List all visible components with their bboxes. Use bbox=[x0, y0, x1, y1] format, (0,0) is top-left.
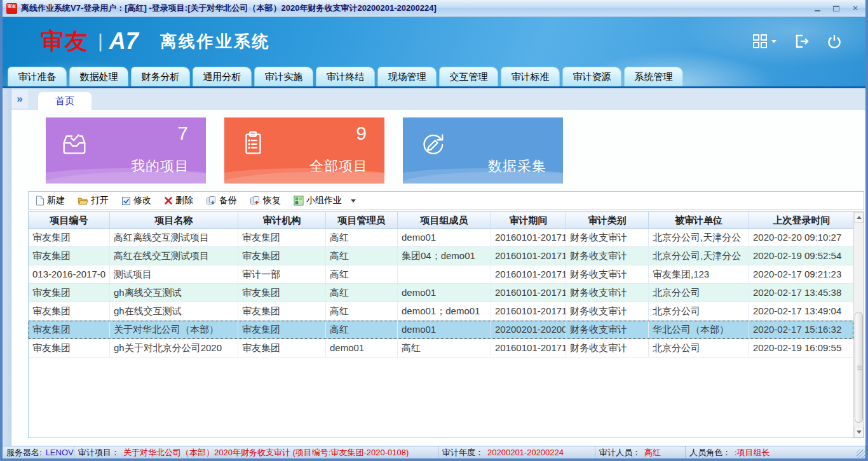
table-row[interactable]: 审友集团关于对华北公司（本部）审友集团高红demo0120200201-2020… bbox=[29, 321, 853, 339]
status-server: 服务器名: LENOVO-PC\AudIT bbox=[3, 446, 74, 458]
arrow-down-icon bbox=[857, 431, 862, 434]
table-cell: 013-2016-2017-0 bbox=[29, 265, 110, 283]
server-name-value: LENOVO-PC\AudIT bbox=[46, 448, 74, 457]
table-cell: 2020-02-17 13:45:38 bbox=[749, 284, 853, 302]
table-cell: 高红在线交互测试项目 bbox=[110, 247, 238, 265]
nav-tab-3[interactable]: 通用分析 bbox=[193, 67, 252, 86]
table-cell: gh在线交互测试 bbox=[110, 302, 238, 320]
table-cell: 审友集团 bbox=[29, 284, 110, 302]
brand-divider: | bbox=[98, 30, 103, 52]
restore-icon bbox=[250, 196, 261, 206]
table-cell: 北京分公司 bbox=[649, 339, 749, 357]
table-cell: 高红 bbox=[398, 339, 491, 357]
column-header-7[interactable]: 被审计单位 bbox=[649, 212, 749, 228]
modify-button[interactable]: 修改 bbox=[121, 195, 151, 206]
delete-button[interactable]: 删除 bbox=[164, 195, 193, 206]
left-collapse-strip[interactable] bbox=[3, 88, 11, 446]
my-projects-card[interactable]: 7 我的项目 bbox=[46, 117, 206, 184]
table-row[interactable]: 审友集团高红离线交互测试项目审友集团高红demo0120160101-20171… bbox=[29, 229, 853, 247]
table-cell: 2020-02-17 13:49:04 bbox=[749, 302, 853, 320]
table-cell: 审友集团 bbox=[29, 229, 110, 246]
table-cell: 财务收支审计 bbox=[566, 302, 649, 320]
nav-tab-9[interactable]: 审计资源 bbox=[562, 67, 621, 86]
table-cell: 审友集团 bbox=[29, 247, 110, 265]
status-bar: 服务器名: LENOVO-PC\AudIT 审计项目： 关于对华北公司（本部）2… bbox=[3, 446, 865, 458]
chevron-down-icon bbox=[771, 40, 776, 43]
table-cell: 高红离线交互测试项目 bbox=[110, 229, 238, 246]
table-row[interactable]: 审友集团gh在线交互测试审友集团高红demo01；demo0120160101-… bbox=[29, 302, 853, 321]
scrollbar-thumb[interactable] bbox=[855, 312, 863, 423]
column-header-5[interactable]: 审计期间 bbox=[491, 212, 566, 228]
chevron-down-icon[interactable] bbox=[351, 199, 356, 203]
column-header-8[interactable]: 上次登录时间 bbox=[749, 212, 853, 228]
column-header-2[interactable]: 审计机构 bbox=[238, 212, 326, 228]
table-cell: 审友集团 bbox=[238, 339, 326, 357]
table-cell: 审友集团 bbox=[29, 339, 110, 357]
table-cell: demo01 bbox=[326, 339, 398, 357]
table-cell: 财务收支审计 bbox=[566, 284, 649, 302]
table-cell: 华北公司（本部） bbox=[649, 321, 749, 338]
minimize-button[interactable] bbox=[812, 4, 822, 13]
nav-tab-10[interactable]: 系统管理 bbox=[624, 67, 683, 86]
open-folder-icon bbox=[78, 196, 88, 206]
table-row[interactable]: 013-2016-2017-0测试项目审计一部高红20160101-201712… bbox=[29, 265, 853, 284]
nav-tab-2[interactable]: 财务分析 bbox=[131, 67, 190, 86]
group-work-button[interactable]: 小组作业 bbox=[294, 195, 356, 206]
all-projects-card[interactable]: 9 全部项目 bbox=[224, 117, 384, 184]
backup-icon bbox=[206, 196, 217, 206]
tab-home[interactable]: 首页 bbox=[38, 92, 92, 110]
column-header-1[interactable]: 项目名称 bbox=[110, 212, 238, 228]
column-header-6[interactable]: 审计类别 bbox=[566, 212, 649, 228]
project-toolbar: 新建 打开 修改 删除 备份 bbox=[28, 191, 864, 210]
restore-button[interactable]: 恢复 bbox=[250, 195, 281, 206]
table-cell: 关于对华北公司（本部） bbox=[110, 321, 238, 338]
expand-panel-icon[interactable]: » bbox=[11, 90, 28, 109]
scroll-down-button[interactable] bbox=[854, 427, 864, 438]
scroll-up-button[interactable] bbox=[854, 212, 864, 223]
logout-icon[interactable] bbox=[793, 33, 810, 50]
table-cell: 20160101-2017123 bbox=[491, 247, 566, 265]
data-collection-card[interactable]: 数据采集 bbox=[403, 117, 563, 184]
table-body: 审友集团高红离线交互测试项目审友集团高红demo0120160101-20171… bbox=[29, 229, 853, 357]
table-cell: 2020-02-17 15:16:32 bbox=[749, 321, 853, 338]
nav-tab-1[interactable]: 数据处理 bbox=[69, 67, 128, 86]
brand-cn-text: 审友 bbox=[41, 26, 89, 57]
table-cell: 2020-02-19 09:52:54 bbox=[749, 247, 853, 265]
nav-tab-8[interactable]: 审计标准 bbox=[501, 67, 560, 86]
nav-tab-4[interactable]: 审计实施 bbox=[254, 67, 313, 86]
table-header-row: 项目编号项目名称审计机构项目管理员项目组成员审计期间审计类别被审计单位上次登录时… bbox=[29, 212, 853, 229]
nav-tab-0[interactable]: 审计准备 bbox=[8, 67, 67, 86]
table-cell: 高红 bbox=[326, 265, 398, 283]
table-row[interactable]: 审友集团gh离线交互测试审友集团高红demo0120160101-2017123… bbox=[29, 284, 853, 302]
table-cell: 高红 bbox=[326, 284, 398, 302]
column-header-0[interactable]: 项目编号 bbox=[29, 212, 110, 228]
status-role: 人员角色： :项目组长 bbox=[686, 446, 865, 458]
inbox-check-icon bbox=[60, 129, 89, 161]
new-button[interactable]: 新建 bbox=[35, 195, 65, 206]
table-cell: 北京分公司 bbox=[649, 284, 749, 302]
table-cell bbox=[398, 265, 491, 283]
table-cell: 高红 bbox=[326, 321, 398, 338]
vertical-scrollbar[interactable] bbox=[853, 212, 864, 438]
close-button[interactable]: ✕ bbox=[850, 4, 860, 13]
table-row[interactable]: 审友集团gh关于对北京分公司2020审友集团demo01高红20160101-2… bbox=[29, 339, 853, 357]
column-header-3[interactable]: 项目管理员 bbox=[326, 212, 398, 228]
maximize-button[interactable] bbox=[831, 4, 841, 13]
table-cell: 测试项目 bbox=[110, 265, 238, 283]
group-work-icon bbox=[294, 196, 304, 206]
resize-grip-icon[interactable] bbox=[857, 450, 865, 458]
nav-tab-6[interactable]: 现场管理 bbox=[377, 67, 437, 86]
nav-tab-5[interactable]: 审计终结 bbox=[316, 67, 375, 86]
table-cell: 高红 bbox=[326, 229, 398, 246]
table-cell: 集团04；demo01 bbox=[398, 247, 491, 265]
open-button[interactable]: 打开 bbox=[78, 195, 109, 206]
nav-tab-7[interactable]: 交互管理 bbox=[439, 67, 498, 86]
column-header-4[interactable]: 项目组成员 bbox=[398, 212, 491, 228]
power-icon[interactable] bbox=[826, 33, 843, 50]
backup-button[interactable]: 备份 bbox=[206, 195, 237, 206]
table-row[interactable]: 审友集团高红在线交互测试项目审友集团高红集团04；demo0120160101-… bbox=[29, 247, 853, 265]
auditor-value: 高红 bbox=[644, 447, 661, 458]
clipboard-list-icon bbox=[238, 129, 268, 161]
table-cell: demo01 bbox=[398, 321, 491, 338]
module-grid-icon[interactable] bbox=[752, 33, 776, 50]
